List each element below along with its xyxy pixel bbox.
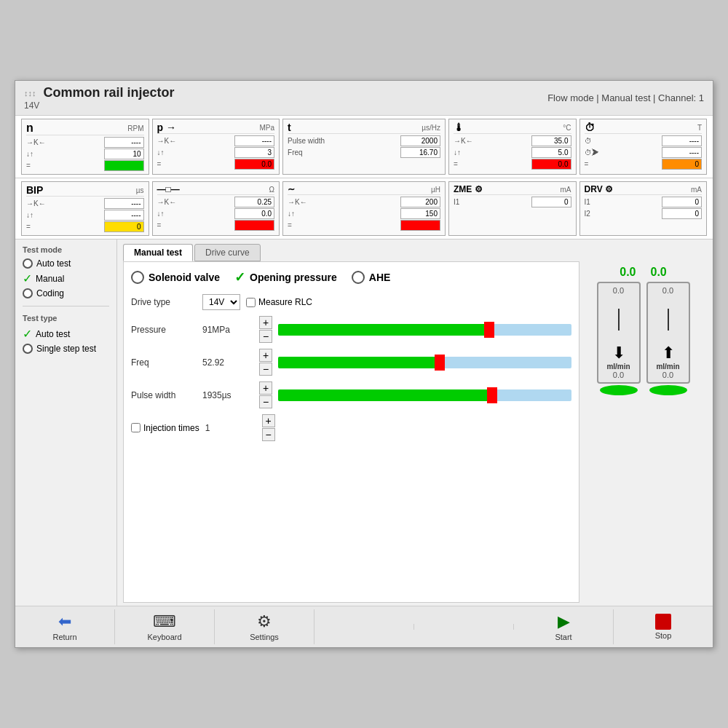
freq-fill — [278, 357, 440, 368]
cylinder-1: 0.0 ⬇ ml/min 0.0 — [597, 282, 641, 395]
keyboard-icon: ⌨ — [153, 612, 176, 631]
check-manual[interactable]: ✓ Manual — [23, 272, 109, 285]
injection-stepper[interactable]: + − — [262, 414, 275, 441]
btn5 — [414, 624, 514, 630]
radio-ahe[interactable]: AHE — [352, 271, 391, 284]
radio-coding[interactable]: Coding — [23, 288, 109, 298]
cylinder-2: 0.0 ⬆ ml/min 0.0 — [646, 282, 690, 395]
stop-icon — [655, 614, 671, 630]
metric-n-eq-val — [104, 160, 144, 171]
measure-rlc-checkbox[interactable] — [246, 298, 256, 307]
metric-p-row2-val: 3 — [234, 147, 274, 158]
freq-up-btn[interactable]: + — [259, 349, 272, 362]
radio-auto-test-circle — [23, 258, 33, 269]
metric-n: n RPM →K← ---- ↓↑ 10 = — [21, 119, 149, 175]
pressure-row: Pressure 91MPa + − — [131, 316, 571, 343]
pressure-value: 91MPa — [202, 325, 253, 335]
pulse-value: 1935µs — [202, 390, 253, 400]
freq-slider[interactable] — [278, 355, 571, 370]
pressure-down-btn[interactable]: − — [259, 330, 272, 343]
metric-bip-unit: µs — [136, 186, 144, 194]
metric-t: t µs/Hz Pulse width 2000 Freq 16.70 — [282, 119, 446, 175]
radio-single-step[interactable]: Single step test — [23, 344, 109, 354]
freq-thumb[interactable] — [435, 355, 445, 371]
drive-type-select[interactable]: 14V — [202, 294, 240, 310]
start-label: Start — [555, 633, 571, 641]
cyl2-unit-top: 0.0 — [662, 286, 673, 295]
radio-single-step-circle — [23, 344, 33, 354]
radio-solenoid-label: Solenoid valve — [149, 272, 220, 283]
freq-value: 52.92 — [202, 357, 253, 368]
return-button[interactable]: ⬅ Return — [15, 609, 115, 644]
radio-auto-test-label: Auto test — [36, 258, 71, 269]
start-button[interactable]: ▶ Start — [514, 609, 614, 644]
settings-button[interactable]: ⚙ Settings — [215, 609, 314, 644]
metric-p-eq-val: 0.0 — [234, 159, 274, 170]
mode-info: Flow mode | Manual test | Channel: 1 — [547, 92, 704, 103]
pulse-fill — [278, 389, 492, 401]
pressure-slider[interactable] — [278, 323, 571, 337]
metric-timer-row1-val: ---- — [662, 135, 702, 146]
freq-down-btn[interactable]: − — [259, 363, 272, 376]
pressure-up-btn[interactable]: + — [259, 316, 272, 329]
injection-up-btn[interactable]: + — [262, 414, 275, 427]
measure-rlc-text: Measure RLC — [258, 297, 312, 307]
pressure-thumb[interactable] — [484, 322, 494, 338]
cyl2-injector-icon: ⬆ — [662, 344, 675, 363]
metric-bip-label: BIP — [26, 184, 43, 196]
tab-drive-curve[interactable]: Drive curve — [194, 244, 261, 261]
pulse-track — [278, 389, 571, 401]
radio-ahe-circle — [352, 271, 365, 284]
metric-inductance: ∼ µH →K← 200 ↓↑ 150 = — [282, 181, 446, 236]
metric-temp-label: 🌡 — [454, 122, 464, 133]
radio-solenoid[interactable]: Solenoid valve — [131, 271, 220, 284]
metric-bip: BIP µs →K← ---- ↓↑ ---- = 0 — [21, 181, 149, 236]
injection-times-label[interactable]: Injection times — [131, 423, 199, 433]
metric-p-unit: MPa — [259, 124, 274, 132]
injection-times-checkbox[interactable] — [131, 423, 141, 432]
cyl1-base — [600, 385, 638, 395]
metric-bip-row2-val: ---- — [104, 210, 144, 221]
start-icon: ▶ — [558, 612, 570, 631]
metric-p: p → MPa →K← ---- ↓↑ 3 = 0.0 — [152, 119, 280, 175]
measure-rlc-label[interactable]: Measure RLC — [246, 297, 312, 307]
metric-n-eq-label: = — [26, 162, 31, 170]
metric-bip-row1-val: ---- — [104, 198, 144, 209]
injection-times-text: Injection times — [143, 423, 199, 433]
title-bar: ↕↕↕ Common rail injector 14V Flow mode |… — [15, 81, 713, 116]
tab-manual-test[interactable]: Manual test — [123, 244, 193, 261]
metric-timer-unit: T — [697, 124, 702, 132]
return-label: Return — [52, 633, 76, 641]
check-auto-test2-label: Auto test — [36, 329, 70, 339]
radio-opening-pressure[interactable]: ✓ Opening pressure — [234, 269, 337, 285]
metric-t-label: t — [288, 122, 291, 133]
pulse-stepper[interactable]: + − — [259, 381, 272, 408]
freq-stepper[interactable]: + − — [259, 349, 272, 376]
check-opening-pressure-icon: ✓ — [234, 269, 245, 285]
divider1 — [23, 306, 109, 306]
metric-n-unit: RPM — [127, 124, 143, 132]
settings-label: Settings — [250, 633, 279, 641]
metric-zme-label: ZME ⚙ — [454, 184, 483, 194]
pulse-slider[interactable] — [278, 388, 571, 403]
injection-down-btn[interactable]: − — [262, 428, 275, 441]
pulse-up-btn[interactable]: + — [259, 381, 272, 395]
keyboard-label: Keyboard — [147, 633, 181, 641]
check-auto-test2[interactable]: ✓ Auto test — [23, 327, 109, 341]
cyl1-ml-label: ml/min — [606, 363, 630, 371]
pulse-thumb[interactable] — [487, 387, 497, 403]
pulse-label: Pulse width — [131, 390, 197, 400]
radio-auto-test[interactable]: Auto test — [23, 258, 109, 269]
metric-temp-row2-val: 5.0 — [531, 147, 571, 158]
pulse-row: Pulse width 1935µs + − — [131, 381, 571, 408]
pressure-fill — [278, 324, 489, 336]
metric-t-pulse-val: 2000 — [400, 135, 440, 146]
pulse-down-btn[interactable]: − — [259, 395, 272, 408]
stop-button[interactable]: Stop — [614, 611, 713, 643]
main-window: ↕↕↕ Common rail injector 14V Flow mode |… — [15, 80, 713, 648]
freq-row: Freq 52.92 + − — [131, 349, 571, 376]
radio-coding-circle — [23, 288, 33, 298]
drive-type-label: Drive type — [131, 297, 197, 307]
keyboard-button[interactable]: ⌨ Keyboard — [115, 609, 215, 644]
pressure-stepper[interactable]: + − — [259, 316, 272, 343]
